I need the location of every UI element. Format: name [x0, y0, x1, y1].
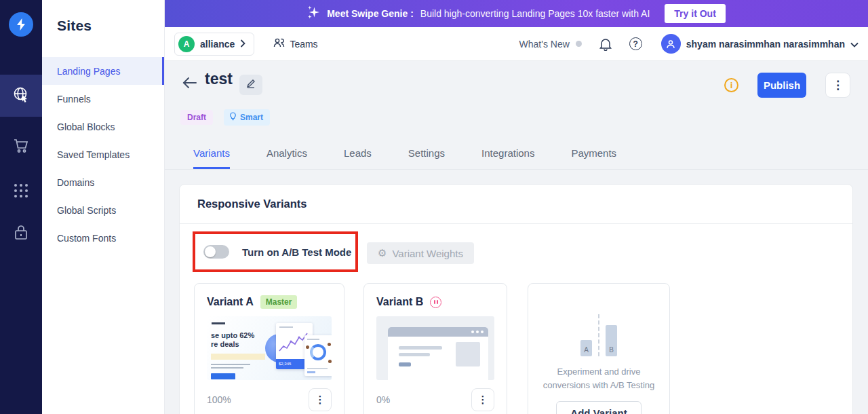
user-name: shyam narasimmhan narasimmhan — [686, 39, 845, 50]
sidebar-rail-sites[interactable] — [0, 75, 42, 117]
user-avatar-icon — [661, 34, 681, 54]
main-content: test i Publish ⋮ Draft Smart Variants An… — [165, 61, 868, 414]
bulb-icon — [229, 112, 237, 123]
thumb-headline: se upto 62% — [211, 331, 254, 340]
variant-a-name: Variant A — [207, 296, 254, 308]
chevron-down-icon — [850, 38, 859, 50]
add-variant-card: A B Experiment and drive conversions wit… — [528, 283, 670, 414]
variant-weights-button[interactable]: ⚙ Variant Weights — [367, 242, 474, 264]
sidebar-item-domains[interactable]: Domains — [42, 168, 164, 196]
tab-settings[interactable]: Settings — [408, 139, 445, 169]
pause-icon — [430, 297, 441, 308]
responsive-variants-panel: Responsive Variants Turn on A/B Test Mod… — [179, 184, 853, 414]
variant-a-weight: 100% — [207, 394, 231, 405]
chevron-right-icon — [240, 38, 245, 50]
sidebar-item-global-scripts[interactable]: Global Scripts — [42, 196, 164, 224]
sidebar-item-global-blocks[interactable]: Global Blocks — [42, 113, 164, 140]
help-icon[interactable]: ? — [629, 37, 642, 50]
tab-leads[interactable]: Leads — [344, 139, 372, 169]
smart-badge-label: Smart — [240, 113, 263, 122]
edit-pencil-icon — [246, 79, 256, 91]
banner-brand-text: Meet Swipe Genie : — [327, 8, 414, 19]
ab-test-mode-label: Turn on A/B Test Mode — [242, 246, 351, 258]
master-badge: Master — [260, 295, 298, 309]
variant-card-a: Variant A Master se upto 62% re deals — [194, 283, 344, 414]
header-actions: i Publish ⋮ — [724, 73, 850, 98]
variant-card-b: Variant B 0% ⋮ — [363, 283, 507, 414]
gear-icon: ⚙ — [378, 247, 387, 259]
kebab-menu-icon: ⋮ — [832, 78, 844, 92]
try-it-out-button[interactable]: Try it Out — [665, 4, 725, 23]
variant-b-weight: 0% — [376, 394, 390, 405]
tab-payments[interactable]: Payments — [571, 139, 616, 169]
sidebar-menu: Landing Pages Funnels Global Blocks Save… — [42, 57, 164, 252]
smart-badge: Smart — [224, 109, 270, 126]
sidebar-title: Sites — [42, 0, 164, 34]
variant-b-name: Variant B — [376, 296, 423, 308]
sites-sidebar: Sites Landing Pages Funnels Global Block… — [42, 0, 165, 414]
tab-integrations[interactable]: Integrations — [481, 139, 534, 169]
tab-bar: Variants Analytics Leads Settings Integr… — [165, 139, 868, 170]
tab-variants[interactable]: Variants — [193, 139, 230, 169]
bar-a: A — [580, 340, 592, 356]
variant-a-kebab-menu[interactable]: ⋮ — [309, 388, 332, 411]
bar-b: B — [606, 325, 617, 356]
cart-icon — [12, 137, 30, 157]
apps-grid-icon — [12, 182, 30, 202]
lock-icon — [13, 224, 29, 244]
page-kebab-menu[interactable]: ⋮ — [825, 73, 850, 98]
workspace-avatar: A — [178, 36, 195, 52]
sidebar-rail-lock[interactable] — [0, 213, 42, 255]
sidebar-item-landing-pages[interactable]: Landing Pages — [42, 57, 164, 85]
info-icon[interactable]: i — [724, 78, 738, 92]
teams-icon — [273, 37, 285, 50]
ab-testing-description: Experiment and drive conversions with A/… — [540, 365, 657, 392]
teams-menu[interactable]: Teams — [273, 37, 317, 50]
navbar-right: What's New ? shyam narasimmhan narasimmh… — [519, 34, 859, 54]
sidebar-rail-apps[interactable] — [0, 171, 42, 213]
top-navbar: A alliance Teams What's New ? — [165, 27, 868, 61]
lightning-logo-icon[interactable] — [9, 12, 33, 37]
sidebar-item-saved-templates[interactable]: Saved Templates — [42, 140, 164, 168]
sidebar-item-custom-fonts[interactable]: Custom Fonts — [42, 224, 164, 252]
promo-banner: Meet Swipe Genie : Build high-converting… — [165, 0, 868, 27]
publish-button[interactable]: Publish — [757, 73, 806, 98]
tab-analytics[interactable]: Analytics — [267, 139, 307, 169]
draft-badge: Draft — [180, 110, 213, 125]
bell-icon[interactable] — [599, 37, 612, 51]
thumb-headline-2: re deals — [211, 340, 239, 349]
teams-label: Teams — [290, 39, 317, 50]
globe-pointer-icon — [12, 86, 30, 106]
page-title: test — [205, 70, 233, 88]
sparkles-icon — [307, 5, 320, 22]
variant-a-thumbnail[interactable]: se upto 62% re deals $2,345 — [207, 316, 332, 380]
banner-message: Build high-converting Landing Pages 10x … — [420, 8, 650, 19]
user-menu[interactable]: shyam narasimmhan narasimmhan — [661, 34, 859, 54]
edit-title-button[interactable] — [239, 75, 262, 95]
sidebar-item-funnels[interactable]: Funnels — [42, 85, 164, 113]
variant-weights-label: Variant Weights — [392, 248, 463, 259]
whats-new-dot — [576, 41, 582, 47]
ab-testing-illustration: A B — [540, 302, 657, 356]
status-badges: Draft Smart — [180, 109, 270, 126]
variant-b-kebab-menu[interactable]: ⋮ — [471, 388, 494, 411]
panel-title: Responsive Variants — [180, 185, 852, 224]
annotation-highlight: Turn on A/B Test Mode — [193, 231, 358, 272]
whats-new-link[interactable]: What's New — [519, 39, 570, 50]
ab-test-mode-toggle[interactable] — [203, 245, 229, 259]
workspace-selector[interactable]: A alliance — [174, 33, 254, 56]
workspace-name: alliance — [200, 39, 235, 50]
icon-rail — [0, 0, 42, 414]
variant-b-thumbnail[interactable] — [376, 316, 494, 380]
dashed-divider — [598, 314, 599, 356]
back-arrow-icon[interactable] — [182, 76, 198, 92]
add-variant-button[interactable]: Add Variant — [556, 401, 641, 414]
sidebar-rail-store[interactable] — [0, 126, 42, 168]
